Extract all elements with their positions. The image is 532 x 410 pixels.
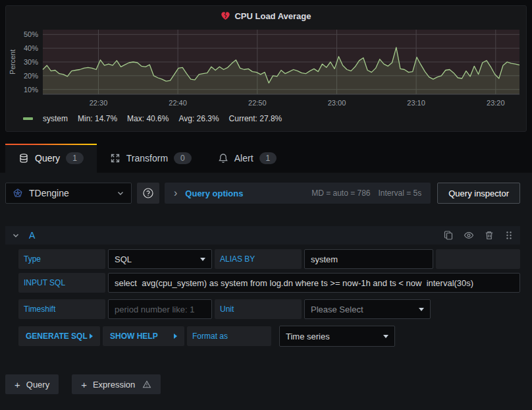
type-select[interactable]: SQL [108,249,212,269]
tab-query[interactable]: Query 1 [5,144,97,173]
tab-transform[interactable]: Transform 0 [97,144,205,173]
type-select-value: SQL [115,254,132,264]
chart-area: 22:3022:4022:5023:0023:1023:2010%20%30%4… [6,26,526,111]
interval-text: Interval = 5s [379,189,422,198]
input-sql-row: INPUT SQL [18,273,520,293]
unit-select-placeholder: Please Select [311,305,363,314]
svg-text:22:40: 22:40 [169,99,187,107]
triangle-right-icon [174,334,177,339]
type-row: Type SQL ALIAS BY [18,249,520,269]
input-sql-input[interactable] [108,273,520,293]
plus-icon: + [81,380,87,390]
svg-text:23:10: 23:10 [407,99,425,107]
triangle-right-icon [90,334,93,339]
dashboard-top-section: CPU Load Average 22:3022:4022:5023:0023:… [0,0,532,132]
legend-current: Current: 27.8% [229,114,282,123]
query-form: Type SQL ALIAS BY INPUT SQL Timeshift Un… [18,249,520,347]
legend-max: Max: 40.6% [127,114,169,123]
caret-down-icon [200,258,205,261]
database-icon [18,153,29,163]
svg-text:10%: 10% [24,86,38,94]
chevron-down-icon [117,189,124,197]
cpu-chart: 22:3022:4022:5023:0023:1023:2010%20%30%4… [7,26,525,109]
tab-alert-badge: 1 [259,152,277,164]
svg-text:50%: 50% [24,30,38,38]
bell-icon [218,153,228,163]
add-query-button[interactable]: + Query [5,374,59,394]
svg-text:23:20: 23:20 [487,99,505,107]
editor-tabbar: Query 1 Transform 0 Alert 1 [0,144,532,173]
cpu-load-panel: CPU Load Average 22:3022:4022:5023:0023:… [5,5,527,132]
delete-query-trash-icon[interactable] [484,230,494,241]
transform-icon [110,153,120,163]
tab-transform-label: Transform [126,153,168,163]
datasource-row: TDengine › Query options MD = auto = 786… [5,183,520,204]
format-as-value: Time series [286,332,330,341]
tab-alert-label: Alert [234,153,253,163]
datasource-name: TDengine [29,188,111,198]
datasource-help-button[interactable] [137,183,159,204]
format-as-select[interactable]: Time series [279,326,395,347]
legend-series-name[interactable]: system [43,114,68,123]
warning-triangle-icon [142,380,151,389]
format-as-label: Format as [187,326,271,346]
add-expression-button[interactable]: + Expression [72,374,161,394]
panel-title: CPU Load Average [234,11,311,21]
caret-down-icon [383,335,388,338]
tab-query-badge: 1 [66,152,84,164]
row-filler [436,249,520,269]
add-query-label: Query [26,380,49,390]
tab-query-label: Query [35,153,60,163]
drag-handle-icon[interactable] [504,230,514,241]
query-row-actions [443,230,514,241]
plus-icon: + [14,380,20,390]
input-sql-label: INPUT SQL [18,273,105,293]
tdengine-logo-icon [13,188,23,198]
timeshift-label: Timeshift [18,299,105,319]
editor-footer: + Query + Expression [5,374,520,394]
datasource-picker[interactable]: TDengine [5,183,132,204]
generate-sql-button[interactable]: GENERATE SQL [18,326,100,346]
query-inspector-button[interactable]: Query inspector [437,183,520,204]
tab-alert[interactable]: Alert 1 [205,144,290,173]
max-data-points-text: MD = auto = 786 [311,189,370,198]
actions-row: GENERATE SQL SHOW HELP Format as Time se… [18,326,520,347]
svg-text:22:30: 22:30 [90,99,108,107]
unit-select[interactable]: Please Select [304,299,431,319]
disable-query-eye-icon[interactable] [464,230,474,241]
chart-legend: system Min: 14.7% Max: 40.6% Avg: 26.3% … [6,111,526,123]
help-circle-icon [142,187,154,199]
query-row-header[interactable]: A [5,226,520,245]
query-options-label: Query options [185,189,243,198]
svg-text:40%: 40% [24,44,38,52]
unit-label: Unit [215,299,302,319]
query-editor-content: TDengine › Query options MD = auto = 786… [0,173,532,410]
query-options-bar[interactable]: › Query options MD = auto = 786 Interval… [165,183,431,204]
tab-transform-badge: 0 [174,152,192,164]
type-label: Type [18,249,105,269]
panel-header[interactable]: CPU Load Average [6,6,526,26]
svg-text:23:00: 23:00 [328,99,346,107]
timeshift-row: Timeshift Unit Please Select [18,299,520,319]
generate-sql-label: GENERATE SQL [26,332,88,341]
show-help-label: SHOW HELP [110,332,158,341]
duplicate-query-icon[interactable] [443,230,454,241]
legend-dash-icon [23,117,33,120]
show-help-button[interactable]: SHOW HELP [103,326,184,346]
chevron-right-icon: › [174,188,177,198]
alias-by-input[interactable] [304,249,433,269]
alert-heart-icon [221,11,230,20]
add-expression-label: Expression [93,380,135,390]
svg-text:22:50: 22:50 [248,99,267,107]
legend-avg: Avg: 26.3% [178,114,219,123]
svg-text:20%: 20% [24,72,38,80]
legend-min: Min: 14.7% [78,114,117,123]
caret-down-icon [419,308,424,311]
query-ref-id: A [29,230,35,241]
svg-text:30%: 30% [24,58,38,66]
timeshift-input[interactable] [108,299,212,319]
svg-text:Percent: Percent [9,49,16,74]
alias-by-label: ALIAS BY [215,249,302,269]
collapse-chevron-icon [12,231,20,239]
